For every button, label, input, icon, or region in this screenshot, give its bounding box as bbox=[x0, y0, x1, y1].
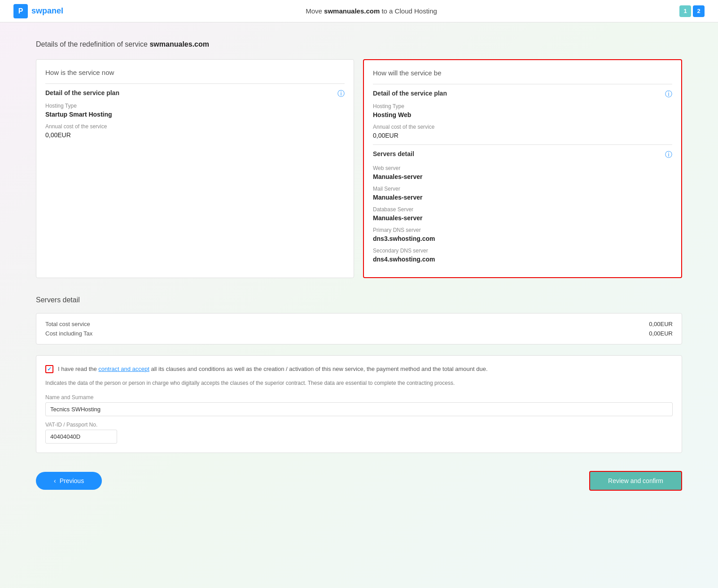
step-indicators: 1 2 bbox=[679, 5, 705, 17]
logo-icon: P bbox=[13, 4, 28, 18]
name-input[interactable] bbox=[45, 402, 673, 416]
cost-tax-row: Cost including Tax 0,00EUR bbox=[45, 330, 673, 337]
secondary-dns-group: Secondary DNS server dns4.swhosting.com bbox=[373, 248, 435, 263]
current-hosting-type-group: Hosting Type Startup Smart Hosting bbox=[45, 103, 337, 118]
contract-note: Indicates the data of the person or pers… bbox=[45, 379, 673, 387]
contract-acceptance-row: ✓ I have read the contract and accept al… bbox=[45, 365, 673, 374]
mail-server-group: Mail Server Manuales-server bbox=[373, 186, 423, 201]
current-service-plan-section: Detail of the service plan Hosting Type … bbox=[45, 83, 345, 144]
current-hosting-type-label: Hosting Type bbox=[45, 103, 337, 109]
new-hosting-type-group: Hosting Type Hosting Web bbox=[373, 103, 665, 118]
total-cost-value: 0,00EUR bbox=[649, 321, 673, 327]
new-annual-cost-group: Annual cost of the service 0,00EUR bbox=[373, 124, 665, 139]
current-annual-cost-label: Annual cost of the service bbox=[45, 123, 337, 130]
name-field-label: Name and Surname bbox=[45, 394, 673, 401]
new-plan-info-icon: ⓘ bbox=[665, 90, 672, 99]
checkbox-check-icon: ✓ bbox=[47, 366, 52, 372]
cost-tax-value: 0,00EUR bbox=[649, 330, 673, 337]
current-annual-cost-value: 0,00EUR bbox=[45, 131, 337, 139]
current-plan-info-icon: ⓘ bbox=[337, 89, 345, 99]
new-hosting-type-value: Hosting Web bbox=[373, 111, 665, 118]
mail-server-value: Manuales-server bbox=[373, 194, 423, 201]
main-content: Details of the redefinition of service s… bbox=[0, 22, 718, 527]
new-service-plan-section: Detail of the service plan Hosting Type … bbox=[373, 84, 672, 144]
vat-field-group: VAT-ID / Passport No. bbox=[45, 422, 673, 444]
current-service-panel: How is the service now Detail of the ser… bbox=[36, 59, 354, 278]
new-hosting-type-label: Hosting Type bbox=[373, 103, 665, 109]
page-title: Details of the redefinition of service s… bbox=[36, 40, 682, 48]
new-annual-cost-value: 0,00EUR bbox=[373, 132, 665, 139]
confirm-button[interactable]: Review and confirm bbox=[589, 471, 682, 491]
database-server-value: Manuales-server bbox=[373, 214, 423, 222]
primary-dns-value: dns3.swhosting.com bbox=[373, 235, 435, 242]
contract-checkbox[interactable]: ✓ bbox=[45, 365, 53, 373]
step-1-indicator: 1 bbox=[679, 5, 691, 17]
current-hosting-type-value: Startup Smart Hosting bbox=[45, 111, 337, 118]
new-servers-detail-section: Servers detail ⓘ Web server Manuales-ser… bbox=[373, 144, 672, 268]
footer-actions: ‹ Previous Review and confirm bbox=[36, 471, 682, 509]
page-domain: swmanuales.com bbox=[149, 40, 209, 48]
vat-field-label: VAT-ID / Passport No. bbox=[45, 422, 673, 428]
secondary-dns-value: dns4.swhosting.com bbox=[373, 256, 435, 263]
database-server-label: Database Server bbox=[373, 206, 423, 213]
logo: P swpanel bbox=[13, 4, 63, 18]
contract-link[interactable]: contract and accept bbox=[98, 366, 149, 372]
cost-tax-label: Cost including Tax bbox=[45, 330, 92, 337]
total-cost-row: Total cost service 0,00EUR bbox=[45, 321, 673, 327]
new-service-plan-label: Detail of the service plan bbox=[373, 90, 665, 97]
new-annual-cost-label: Annual cost of the service bbox=[373, 124, 665, 130]
new-servers-detail-label: Servers detail bbox=[373, 150, 414, 160]
web-server-group: Web server Manuales-server bbox=[373, 165, 423, 180]
step-2-indicator: 2 bbox=[693, 5, 705, 17]
new-service-panel: How will the service be Detail of the se… bbox=[363, 59, 682, 278]
mail-server-label: Mail Server bbox=[373, 186, 423, 192]
header-title: Move swmanuales.com to a Cloud Hosting bbox=[306, 7, 437, 15]
contract-text: I have read the contract and accept all … bbox=[58, 365, 488, 374]
vat-input[interactable] bbox=[45, 430, 117, 444]
secondary-dns-label: Secondary DNS server bbox=[373, 248, 435, 254]
logo-text: swpanel bbox=[31, 6, 63, 16]
previous-button[interactable]: ‹ Previous bbox=[36, 472, 102, 490]
servers-section-title: Servers detail bbox=[36, 296, 682, 304]
header-domain: swmanuales.com bbox=[324, 7, 380, 15]
current-panel-title: How is the service now bbox=[45, 69, 345, 76]
current-annual-cost-group: Annual cost of the service 0,00EUR bbox=[45, 123, 337, 139]
app-header: P swpanel Move swmanuales.com to a Cloud… bbox=[0, 0, 718, 22]
web-server-value: Manuales-server bbox=[373, 173, 423, 180]
service-panels: How is the service now Detail of the ser… bbox=[36, 59, 682, 278]
new-panel-title: How will the service be bbox=[373, 69, 672, 77]
current-service-plan-label: Detail of the service plan bbox=[45, 89, 337, 96]
new-servers-info-icon: ⓘ bbox=[665, 150, 672, 160]
primary-dns-group: Primary DNS server dns3.swhosting.com bbox=[373, 227, 435, 242]
previous-chevron-icon: ‹ bbox=[54, 477, 56, 484]
name-field-group: Name and Surname bbox=[45, 394, 673, 422]
cost-box: Total cost service 0,00EUR Cost includin… bbox=[36, 313, 682, 344]
total-cost-label: Total cost service bbox=[45, 321, 90, 327]
contract-box: ✓ I have read the contract and accept al… bbox=[36, 355, 682, 453]
primary-dns-label: Primary DNS server bbox=[373, 227, 435, 233]
database-server-group: Database Server Manuales-server bbox=[373, 206, 423, 222]
web-server-label: Web server bbox=[373, 165, 423, 171]
